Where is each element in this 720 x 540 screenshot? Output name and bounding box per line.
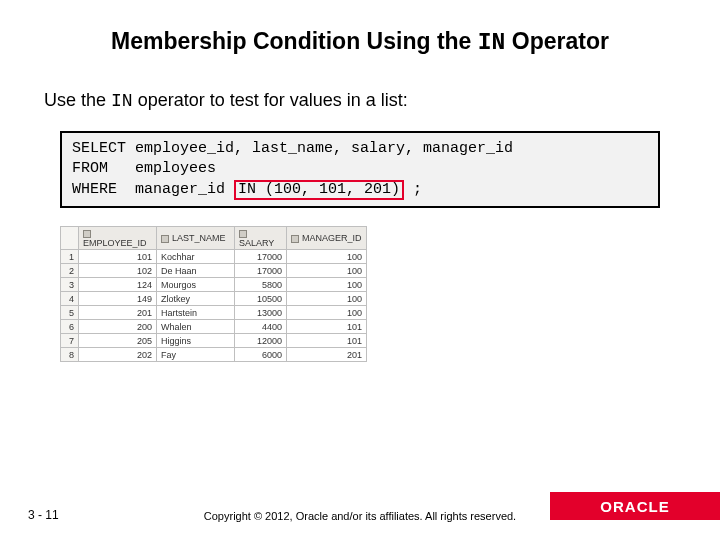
title-text-after: Operator	[505, 28, 609, 54]
column-icon	[83, 230, 91, 238]
table-row: 7205Higgins12000101	[61, 334, 367, 348]
footer: ORACLE 3 - 11 Copyright © 2012, Oracle a…	[0, 492, 720, 540]
table-row: 4149Zlotkey10500100	[61, 292, 367, 306]
sql-line-1: SELECT employee_id, last_name, salary, m…	[72, 140, 513, 157]
col-salary: SALARY	[235, 227, 287, 250]
col-employee-id: EMPLOYEE_ID	[79, 227, 157, 250]
table-row: 2102De Haan17000100	[61, 264, 367, 278]
table-row: 1101Kochhar17000100	[61, 250, 367, 264]
title-code: IN	[478, 30, 506, 56]
table-row: 3124Mourgos5800100	[61, 278, 367, 292]
column-icon	[291, 235, 299, 243]
col-label: SALARY	[239, 238, 274, 248]
copyright-text: Copyright © 2012, Oracle and/or its affi…	[0, 510, 720, 522]
sql-line-3a: WHERE manager_id	[72, 181, 234, 198]
sql-line-3b: ;	[404, 181, 422, 198]
body-before: Use the	[44, 90, 111, 110]
table-row: 6200Whalen4400101	[61, 320, 367, 334]
title-text-before: Membership Condition Using the	[111, 28, 478, 54]
sql-code-block: SELECT employee_id, last_name, salary, m…	[60, 131, 660, 208]
column-icon	[239, 230, 247, 238]
col-label: MANAGER_ID	[302, 233, 362, 243]
sql-line-2: FROM employees	[72, 160, 216, 177]
col-last-name: LAST_NAME	[157, 227, 235, 250]
table-header-row: EMPLOYEE_ID LAST_NAME SALARY MANAGER_ID	[61, 227, 367, 250]
col-label: LAST_NAME	[172, 233, 226, 243]
col-manager-id: MANAGER_ID	[287, 227, 367, 250]
table-row: 8202Fay6000201	[61, 348, 367, 362]
body-code: IN	[111, 91, 133, 111]
column-icon	[161, 235, 169, 243]
body-text: Use the IN operator to test for values i…	[0, 56, 720, 121]
body-after: operator to test for values in a list:	[133, 90, 408, 110]
slide-title: Membership Condition Using the IN Operat…	[0, 0, 720, 56]
rownum-header	[61, 227, 79, 250]
result-table: EMPLOYEE_ID LAST_NAME SALARY MANAGER_ID …	[60, 226, 367, 362]
sql-highlight: IN (100, 101, 201)	[234, 180, 404, 201]
col-label: EMPLOYEE_ID	[83, 238, 147, 248]
table-row: 5201Hartstein13000100	[61, 306, 367, 320]
